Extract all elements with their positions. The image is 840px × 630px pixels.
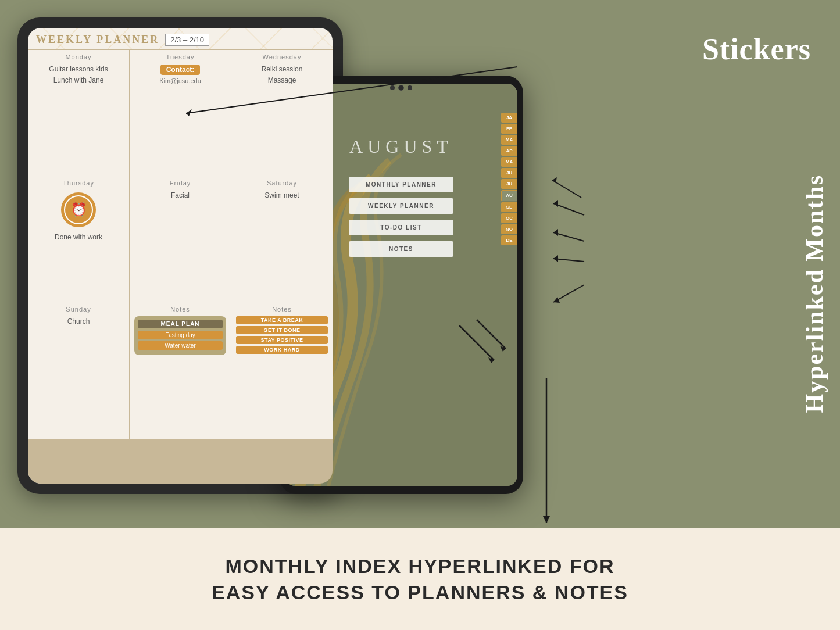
notes-stickers-cell: Notes TAKE A BREAK GET IT DONE STAY POSI… (231, 302, 333, 439)
notch-dot-2 (408, 85, 412, 90)
meal-item-1: Fasting day (138, 331, 223, 339)
saturday-cell: Saturday Swim meet (231, 176, 333, 302)
notes-stickers: TAKE A BREAK GET IT DONE STAY POSITIVE W… (236, 316, 328, 354)
month-tab-dec[interactable]: DE (501, 235, 517, 245)
contact-sticker: Contact: (160, 65, 201, 75)
email-text: Kim@jusu.edu (134, 77, 226, 84)
month-tab-oct[interactable]: OC (501, 213, 517, 223)
wednesday-label: Wednesday (236, 53, 328, 60)
month-tab-apr[interactable]: AP (501, 146, 517, 156)
month-tab-jun[interactable]: JU (501, 168, 517, 178)
month-tab-mar[interactable]: MA (501, 135, 517, 145)
left-tablet-screen: WEEKLY PLANNER 2/3 – 2/10 Monday Guitar … (28, 28, 333, 484)
sticker-work-hard: WORK HARD (236, 346, 328, 354)
days-grid: Monday Guitar lessons kidsLunch with Jan… (28, 49, 333, 484)
month-tab-sep[interactable]: SE (501, 202, 517, 212)
notes-meal-cell: Notes MEAL PLAN Fasting day Water water (130, 302, 231, 439)
thursday-content: Done with work (33, 232, 124, 243)
month-tab-feb[interactable]: FE (501, 124, 517, 134)
monday-cell: Monday Guitar lessons kidsLunch with Jan… (28, 50, 129, 176)
month-tabs: JA FE MA AP MA JU JU AU SE OC NO DE (501, 113, 517, 245)
alarm-icon: ⏰ (61, 192, 96, 227)
notes-btn[interactable]: NOTES (349, 241, 453, 257)
august-title: AUGUST (285, 136, 517, 158)
nav-buttons: MONTHLY PLANNER WEEKLY PLANNER TO-DO LIS… (349, 177, 453, 257)
saturday-content: Swim meet (236, 190, 328, 201)
camera-dot (398, 85, 404, 91)
wednesday-content: Reiki sessionMassage (236, 64, 328, 86)
sticker-stay-positive: STAY POSITIVE (236, 336, 328, 344)
sunday-label: Sunday (33, 306, 124, 313)
monday-content: Guitar lessons kidsLunch with Jane (33, 64, 124, 86)
month-tab-jan[interactable]: JA (501, 113, 517, 123)
monday-label: Monday (33, 53, 124, 60)
hyperlinked-months-label: Hyperlinked Months (800, 174, 828, 413)
weekly-planner-header: WEEKLY PLANNER 2/3 – 2/10 (28, 28, 333, 49)
month-tab-nov[interactable]: NO (501, 224, 517, 234)
todo-list-btn[interactable]: TO-DO LIST (349, 220, 453, 235)
sticker-get-done: GET IT DONE (236, 326, 328, 334)
notes-stickers-label: Notes (236, 306, 328, 313)
month-tab-may[interactable]: MA (501, 157, 517, 167)
meal-plan-box: MEAL PLAN Fasting day Water water (134, 316, 226, 355)
sunday-content: Church (33, 316, 124, 327)
meal-item-2: Water water (138, 341, 223, 350)
notch-dot-1 (390, 85, 395, 90)
friday-content: Facial (134, 190, 226, 201)
weekly-planner-title: WEEKLY PLANNER (36, 34, 159, 46)
notes-meal-label: Notes (134, 306, 226, 313)
bottom-banner: MONTHLY INDEX HYPERLINKED FOR EASY ACCES… (0, 528, 840, 630)
alarm-inner: ⏰ (64, 195, 93, 224)
friday-label: Friday (134, 180, 226, 187)
month-tab-jul[interactable]: JU (501, 179, 517, 189)
left-tablet: WEEKLY PLANNER 2/3 – 2/10 Monday Guitar … (17, 17, 343, 494)
friday-cell: Friday Facial (130, 176, 231, 302)
saturday-label: Saturday (236, 180, 328, 187)
tuesday-label: Tuesday (134, 53, 226, 60)
stickers-label: Stickers (702, 32, 811, 66)
thursday-label: Thursday (33, 180, 124, 187)
monthly-planner-btn[interactable]: MONTHLY PLANNER (349, 177, 453, 192)
tablet-notch (390, 85, 412, 91)
date-range: 2/3 – 2/10 (165, 34, 209, 46)
meal-plan-title: MEAL PLAN (138, 320, 223, 328)
sunday-cell: Sunday Church (28, 302, 129, 439)
sticker-take-break: TAKE A BREAK (236, 316, 328, 324)
weekly-planner-btn[interactable]: WEEKLY PLANNER (349, 198, 453, 214)
thursday-cell: Thursday ⏰ Done with work (28, 176, 129, 302)
month-tab-aug[interactable]: AU (501, 190, 517, 201)
bottom-banner-text: MONTHLY INDEX HYPERLINKED FOR EASY ACCES… (212, 553, 628, 604)
tuesday-cell: Tuesday Contact: Kim@jusu.edu (130, 50, 231, 176)
